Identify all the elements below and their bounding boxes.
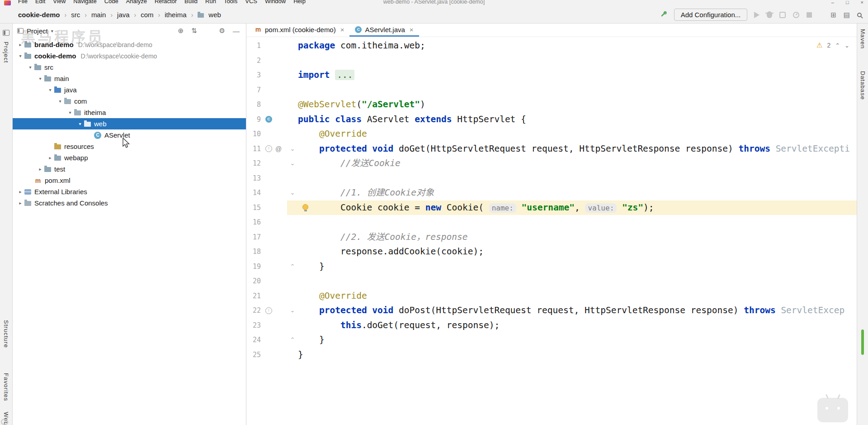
breadcrumb-item-java[interactable]: java (117, 11, 130, 19)
code-text[interactable]: protected void doGet(HttpServletRequest … (298, 142, 857, 157)
code-text[interactable] (298, 53, 857, 68)
collapse-all-icon[interactable]: ⇅ (191, 27, 197, 35)
tree-item-pom-xml[interactable]: mpom.xml (13, 175, 246, 186)
chevron-down-icon[interactable]: ▾ (46, 87, 54, 92)
project-panel-title[interactable]: Project (27, 27, 48, 35)
chevron-down-icon[interactable]: ▾ (56, 99, 64, 104)
breadcrumb-item-itheima[interactable]: itheima (165, 11, 186, 19)
breadcrumb-item-src[interactable]: src (71, 11, 80, 19)
code-text[interactable]: this.doGet(request, response); (298, 318, 857, 333)
menu-refactor[interactable]: Refactor (155, 0, 177, 6)
close-icon[interactable]: × (340, 26, 344, 33)
menu-navigate[interactable]: Navigate (73, 0, 96, 6)
override-method-icon[interactable]: ↑ (265, 145, 272, 152)
chevron-down-icon[interactable]: ▾ (66, 110, 74, 115)
chevron-down-icon[interactable]: ▾ (26, 65, 34, 70)
next-warning-icon[interactable]: ⌄ (844, 42, 849, 49)
project-tool-icon[interactable] (3, 30, 9, 36)
close-icon[interactable]: × (861, 0, 863, 6)
code-text[interactable]: } (298, 333, 857, 348)
menu-run[interactable]: Run (205, 0, 216, 6)
menu-build[interactable]: Build (184, 0, 198, 6)
build-hammer-icon[interactable] (659, 11, 667, 19)
layout-icon[interactable]: ▤ (844, 11, 850, 19)
editor-tab-pom-xml-cookie-demo[interactable]: mpom.xml (cookie-demo)× (249, 24, 349, 37)
search-icon[interactable] (857, 13, 862, 17)
code-text[interactable] (298, 83, 857, 98)
tool-stripe-structure[interactable]: Structure (3, 320, 9, 348)
chevron-right-icon[interactable]: ▸ (46, 155, 54, 160)
menu-window[interactable]: Window (265, 0, 286, 6)
menu-view[interactable]: View (53, 0, 66, 6)
code-text[interactable] (298, 274, 857, 289)
debug-icon[interactable] (767, 11, 772, 18)
chevron-right-icon[interactable]: ▸ (16, 201, 24, 205)
tree-item-com[interactable]: ▾com (13, 96, 246, 107)
breadcrumb-item-com[interactable]: com (141, 11, 153, 19)
services-icon[interactable]: ⊞ (830, 11, 836, 19)
override-method-icon[interactable]: ↑ (265, 307, 272, 314)
chevron-right-icon[interactable]: ▸ (16, 189, 24, 194)
chevron-down-icon[interactable]: ▾ (36, 76, 44, 81)
code-text[interactable] (298, 215, 857, 230)
prev-warning-icon[interactable]: ⌃ (835, 42, 840, 49)
tool-stripe-database[interactable]: Database (859, 71, 866, 100)
stop-icon[interactable] (807, 12, 812, 18)
breadcrumb-item-web[interactable]: web (208, 11, 221, 19)
tree-item-main[interactable]: ▾main (13, 73, 246, 84)
tree-item-web[interactable]: ▾web (13, 118, 246, 129)
tree-item-external-libraries[interactable]: ▸External Libraries (13, 186, 246, 197)
chevron-down-icon[interactable]: ▾ (16, 53, 24, 58)
fold-down-icon[interactable]: ⌄ (287, 303, 298, 318)
fold-down-icon[interactable]: ⌄ (287, 186, 298, 201)
menu-tools[interactable]: Tools (224, 0, 237, 6)
code-text[interactable]: import ... (298, 68, 857, 83)
code-text[interactable] (298, 171, 857, 186)
chevron-right-icon[interactable]: ▸ (36, 167, 44, 172)
profiler-icon[interactable] (793, 12, 799, 18)
tool-stripe-project[interactable]: Project (3, 42, 9, 63)
tree-item-webapp[interactable]: ▸webapp (13, 152, 246, 163)
minimize-icon[interactable]: – (831, 0, 834, 6)
tree-item-src[interactable]: ▾src (13, 62, 246, 73)
menu-file[interactable]: File (18, 0, 28, 6)
code-text[interactable]: protected void doPost(HttpServletRequest… (298, 303, 857, 318)
tree-item-resources[interactable]: resources (13, 141, 246, 152)
coverage-icon[interactable] (779, 12, 786, 18)
code-text[interactable]: response.addCookie(cookie); (298, 244, 857, 259)
fold-down-icon[interactable]: ⌄ (287, 142, 298, 157)
editor-body[interactable]: 1package com.itheima.web;23import ...78@… (246, 37, 857, 425)
tree-item-java[interactable]: ▾java (13, 84, 246, 96)
menu-help[interactable]: Help (293, 0, 306, 6)
fold-up-icon[interactable]: ⌃ (287, 333, 298, 348)
locate-icon[interactable]: ⊕ (178, 27, 184, 35)
menu-code[interactable]: Code (104, 0, 118, 6)
code-text[interactable]: package com.itheima.web; (298, 38, 857, 53)
tree-item-itheima[interactable]: ▾itheima (13, 107, 246, 118)
chevron-down-icon[interactable]: ▾ (51, 29, 53, 33)
code-text[interactable]: @WebServlet("/aServlet") (298, 97, 857, 112)
tool-stripe-favorites[interactable]: Favorites (3, 373, 9, 401)
menu-edit[interactable]: Edit (35, 0, 45, 6)
tool-stripe-maven[interactable]: Maven (859, 29, 866, 49)
code-text[interactable]: } (298, 259, 857, 274)
code-text[interactable]: @Override (298, 289, 857, 304)
code-text[interactable]: //2. 发送Cookie，response (298, 230, 857, 245)
chevron-down-icon[interactable]: ▾ (76, 121, 84, 126)
editor-tab-aservlet-java[interactable]: CAServlet.java× (349, 24, 419, 37)
intention-bulb-icon[interactable] (302, 204, 308, 210)
settings-icon[interactable]: ⚙ (219, 27, 225, 35)
code-text[interactable]: } (298, 348, 857, 363)
tree-item-test[interactable]: ▸test (13, 163, 246, 175)
menu-analyze[interactable]: Analyze (126, 0, 147, 6)
breadcrumb-item-cookie-demo[interactable]: cookie-demo (18, 11, 60, 19)
code-text[interactable]: //1. 创建Cookie对象 (298, 186, 857, 201)
tree-item-scratches-and-consoles[interactable]: ▸Scratches and Consoles (13, 197, 246, 209)
menu-vcs[interactable]: VCS (245, 0, 257, 6)
fold-up-icon[interactable]: ⌃ (287, 259, 298, 274)
fold-down-icon[interactable]: ⌄ (287, 156, 298, 171)
class-gutter-icon[interactable]: C (265, 116, 272, 123)
code-text[interactable]: public class AServlet extends HttpServle… (298, 112, 857, 127)
tree-item-brand-demo[interactable]: ▸brand-demoD:\workspace\brand-demo (13, 39, 246, 50)
code-text[interactable]: //发送Cookie (298, 156, 857, 171)
